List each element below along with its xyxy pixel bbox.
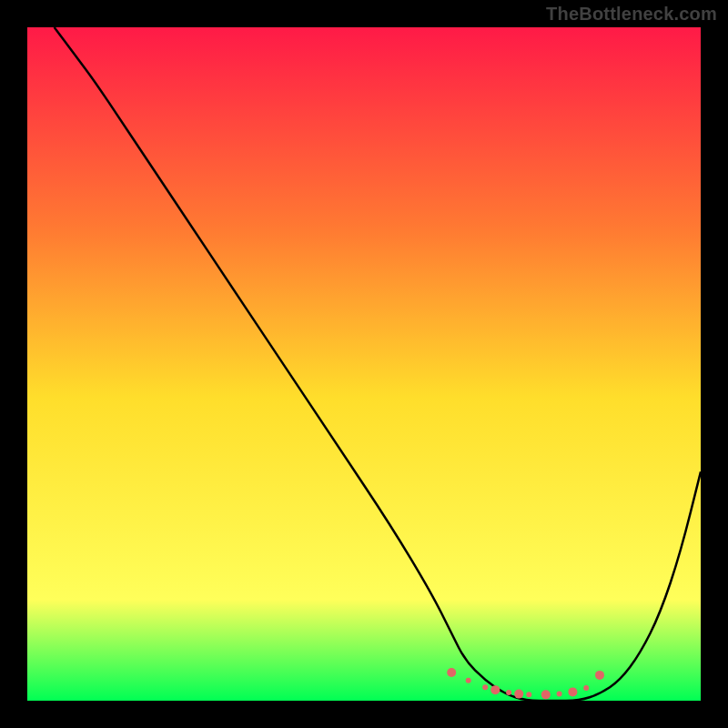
- marker-dot: [506, 690, 511, 695]
- marker-dot: [557, 692, 562, 697]
- marker-dot: [482, 684, 488, 690]
- marker-dot: [595, 671, 604, 680]
- marker-dot: [568, 687, 577, 696]
- marker-dot: [466, 678, 471, 683]
- marker-dot: [526, 692, 531, 697]
- marker-dot: [490, 685, 500, 694]
- marker-dot: [583, 685, 589, 691]
- marker-dot: [541, 690, 551, 699]
- watermark-text: TheBottleneck.com: [546, 4, 717, 25]
- marker-dot: [447, 668, 456, 677]
- chart-container: { "watermark": "TheBottleneck.com", "cha…: [0, 0, 728, 728]
- plot-area: [27, 27, 701, 701]
- marker-dot: [514, 690, 523, 699]
- chart-svg: [0, 0, 728, 728]
